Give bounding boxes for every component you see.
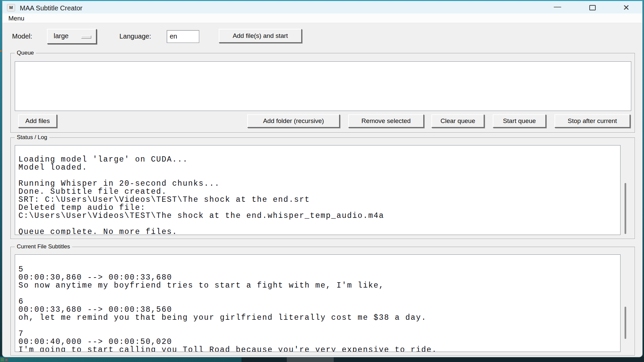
app-icon: M (7, 4, 15, 11)
model-dropdown-value: large (54, 32, 68, 40)
queue-listbox[interactable] (15, 61, 631, 111)
add-files-button[interactable]: Add files (18, 114, 57, 128)
desktop-background-strip (0, 357, 644, 362)
desktop-fragment (0, 357, 241, 362)
titlebar: M MAA Subtitle Creator — ✕ (2, 0, 642, 13)
desktop-fragment (287, 357, 334, 362)
add-files-and-start-button[interactable]: Add file(s) and start (219, 29, 302, 43)
status-log-textarea[interactable]: Loading model 'large' on CUDA... Model l… (15, 145, 621, 235)
minimize-icon: — (554, 2, 561, 11)
subtitles-scrollbar[interactable] (625, 307, 626, 339)
app-window: M MAA Subtitle Creator — ✕ Menu Model: l… (2, 0, 643, 357)
desktop-fragment (5, 359, 7, 361)
maximize-button[interactable] (582, 1, 603, 14)
subtitles-group: Current File Subtitles 5 00:00:30,860 --… (10, 247, 635, 356)
menubar: Menu (2, 13, 642, 23)
close-icon: ✕ (623, 3, 630, 12)
dropdown-indicator-icon (81, 36, 91, 39)
subtitles-legend: Current File Subtitles (15, 243, 72, 250)
status-log-group: Status / Log Loading model 'large' on CU… (10, 137, 635, 239)
start-queue-button[interactable]: Start queue (493, 114, 546, 128)
close-button[interactable]: ✕ (616, 1, 637, 14)
desktop-fragment (1, 358, 4, 361)
queue-group: Queue Add files Add folder (recursive) R… (10, 53, 635, 133)
status-log-legend: Status / Log (15, 134, 49, 141)
stop-after-current-button[interactable]: Stop after current (554, 114, 630, 128)
status-log-scrollbar[interactable] (625, 183, 626, 234)
add-folder-button[interactable]: Add folder (recursive) (247, 114, 340, 128)
model-label: Model: (12, 33, 32, 40)
subtitles-textarea[interactable]: 5 00:00:30,860 --> 00:00:33,680 So now a… (15, 254, 621, 352)
menu-item-menu[interactable]: Menu (6, 13, 27, 23)
status-log-text: Loading model 'large' on CUDA... Model l… (15, 145, 620, 235)
remove-selected-button[interactable]: Remove selected (348, 114, 424, 128)
minimize-button[interactable]: — (547, 1, 568, 14)
language-label: Language: (119, 33, 151, 40)
subtitles-text: 5 00:00:30,860 --> 00:00:33,680 So now a… (15, 255, 620, 352)
window-title: MAA Subtitle Creator (20, 1, 83, 14)
queue-legend: Queue (15, 50, 36, 56)
desktop-artifact (0, 50, 2, 52)
clear-queue-button[interactable]: Clear queue (431, 114, 484, 128)
language-input[interactable]: en (167, 30, 199, 43)
model-dropdown[interactable]: large (47, 29, 97, 44)
maximize-icon (589, 5, 596, 10)
